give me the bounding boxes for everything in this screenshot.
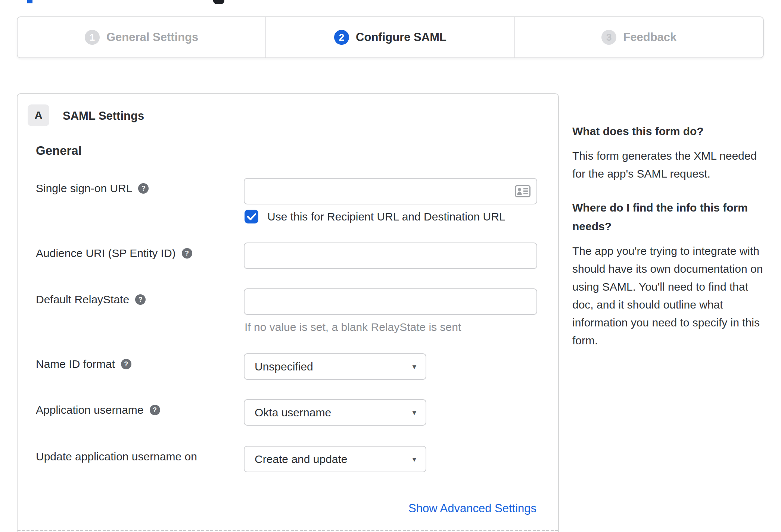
- audience-uri-label-row: Audience URI (SP Entity ID) ?: [36, 247, 192, 260]
- audience-uri-input[interactable]: [244, 242, 537, 269]
- help-where-title: Where do I find the info this form needs…: [572, 198, 763, 236]
- audience-uri-label: Audience URI (SP Entity ID): [36, 247, 176, 260]
- wizard-stepper: 1 General Settings 2 Configure SAML 3 Fe…: [17, 16, 764, 58]
- relay-state-help-icon[interactable]: ?: [135, 294, 146, 305]
- card-bottom-dashed-divider: [18, 530, 558, 531]
- name-id-format-select[interactable]: Unspecified ▾: [244, 353, 426, 380]
- recipient-url-checkbox[interactable]: [245, 210, 258, 223]
- relay-state-label: Default RelayState: [36, 293, 129, 306]
- recipient-url-checkbox-label: Use this for Recipient URL and Destinati…: [267, 210, 505, 223]
- step-3-label: Feedback: [623, 31, 676, 44]
- sso-url-input[interactable]: [244, 178, 537, 204]
- section-a-badge: A: [28, 104, 49, 126]
- help-what-title: What does this form do?: [572, 122, 763, 141]
- sso-url-label: Single sign-on URL: [36, 182, 132, 195]
- group-title-general: General: [36, 144, 82, 158]
- step-configure-saml[interactable]: 2 Configure SAML: [265, 17, 514, 57]
- step-general-settings[interactable]: 1 General Settings: [18, 17, 265, 57]
- saml-settings-card: A SAML Settings General Single sign-on U…: [17, 93, 559, 532]
- app-username-label-row: Application username ?: [36, 404, 160, 416]
- clipped-dark-element: [213, 0, 224, 4]
- step-3-circle: 3: [601, 30, 616, 45]
- show-advanced-settings-link[interactable]: Show Advanced Settings: [408, 502, 536, 515]
- update-username-label: Update application username on: [36, 450, 197, 463]
- name-id-format-help-icon[interactable]: ?: [121, 359, 131, 369]
- relay-state-label-row: Default RelayState ?: [36, 293, 146, 306]
- chevron-down-icon: ▾: [412, 408, 426, 417]
- step-2-label: Configure SAML: [356, 31, 446, 44]
- update-username-label-row: Update application username on: [36, 450, 197, 463]
- relay-state-helper-text: If no value is set, a blank RelayState i…: [245, 321, 461, 334]
- name-id-format-label-row: Name ID format ?: [36, 358, 131, 370]
- step-2-circle: 2: [334, 30, 349, 45]
- help-block-what: What does this form do? This form genera…: [572, 122, 763, 183]
- step-1-circle: 1: [85, 30, 100, 45]
- help-where-body: The app you're trying to integrate with …: [572, 242, 763, 350]
- card-title: SAML Settings: [63, 109, 144, 123]
- checkmark-icon: [247, 213, 256, 220]
- update-username-select[interactable]: Create and update ▾: [244, 446, 426, 472]
- audience-uri-help-icon[interactable]: ?: [182, 248, 192, 259]
- app-username-select[interactable]: Okta username ▾: [244, 399, 426, 426]
- name-id-format-label: Name ID format: [36, 358, 115, 370]
- sso-url-label-row: Single sign-on URL ?: [36, 182, 149, 195]
- app-username-value: Okta username: [245, 406, 412, 419]
- contact-card-icon[interactable]: [515, 185, 530, 197]
- relay-state-input[interactable]: [244, 288, 537, 315]
- update-username-value: Create and update: [245, 453, 412, 466]
- step-feedback[interactable]: 3 Feedback: [514, 17, 763, 57]
- chevron-down-icon: ▾: [412, 455, 426, 464]
- step-1-label: General Settings: [106, 31, 198, 44]
- sso-url-input-wrap: [244, 178, 537, 204]
- app-username-label: Application username: [36, 404, 144, 416]
- help-block-where: Where do I find the info this form needs…: [572, 198, 763, 350]
- sso-url-help-icon[interactable]: ?: [138, 183, 149, 194]
- clipped-blue-element: [27, 0, 32, 3]
- help-sidebar: What does this form do? This form genera…: [572, 122, 763, 350]
- recipient-url-checkbox-row: Use this for Recipient URL and Destinati…: [245, 210, 505, 223]
- help-what-body: This form generates the XML needed for t…: [572, 147, 763, 183]
- chevron-down-icon: ▾: [412, 362, 426, 371]
- name-id-format-value: Unspecified: [245, 360, 412, 373]
- app-username-help-icon[interactable]: ?: [150, 405, 160, 415]
